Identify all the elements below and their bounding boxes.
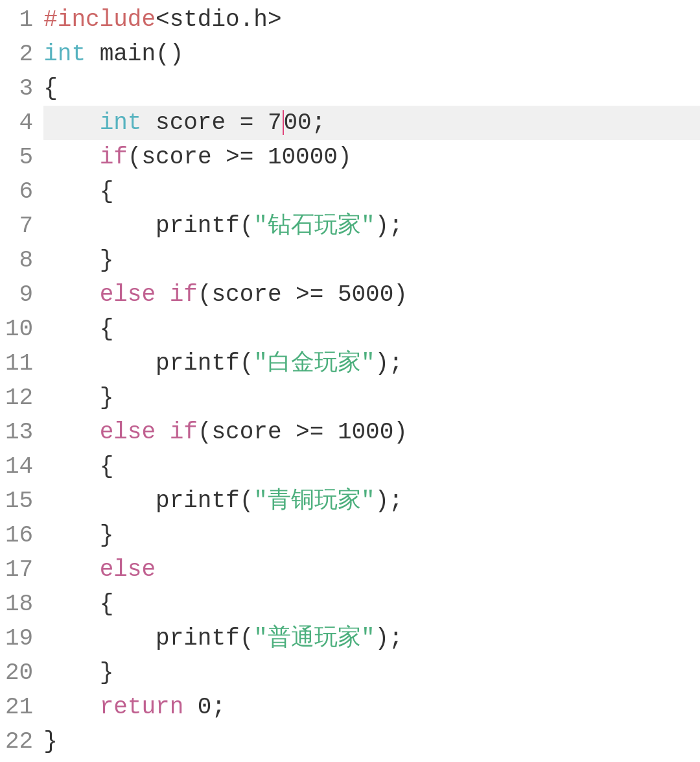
code-token-plain: } [43,247,113,274]
code-line-11: printf("白金玩家"); [43,346,700,381]
code-token-kw-control: else if [100,281,198,308]
code-token-plain: { [43,591,113,617]
code-token-kw-control: else if [100,419,198,446]
code-line-3: { [43,71,700,106]
code-line-1: #include<stdio.h> [43,3,700,37]
code-line-14: { [43,449,700,484]
code-token-plain: } [43,522,113,549]
code-token-plain [43,694,99,720]
line-number-13: 13 [5,415,33,449]
code-token-plain: } [43,660,113,686]
code-token-plain [43,281,99,308]
code-token-kw-include: #include [43,6,156,33]
line-number-9: 9 [5,278,33,312]
code-token-plain [43,144,99,171]
code-token-plain [43,419,99,446]
code-editor: 12345678910111213141516171819202122 #inc… [0,0,700,759]
code-line-16: } [43,518,700,553]
code-token-plain [43,556,99,583]
line-number-20: 20 [5,656,33,690]
code-token-plain: <stdio.h> [156,6,281,33]
code-token-plain: 0; [183,694,226,720]
code-token-kw-type: int [100,110,142,136]
code-token-kw-control: else [100,556,156,583]
line-number-17: 17 [5,553,33,587]
code-line-10: { [43,312,700,346]
line-number-8: 8 [5,243,33,278]
code-line-6: { [43,174,700,209]
code-line-18: { [43,587,700,621]
line-number-3: 3 [5,71,33,106]
line-number-7: 7 [5,209,33,243]
code-token-plain: printf( [43,488,253,514]
code-token-plain [43,110,99,136]
code-content[interactable]: #include<stdio.h>int main(){ int score =… [43,3,700,759]
code-token-kw-control: return [100,694,184,720]
line-number-2: 2 [5,37,33,71]
code-line-5: if(score >= 10000) [43,140,700,174]
code-line-12: } [43,381,700,415]
line-number-18: 18 [5,587,33,621]
code-token-plain: { [43,316,113,342]
code-token-plain: } [43,728,58,755]
code-token-plain: printf( [43,213,253,239]
code-line-17: else [43,553,700,587]
code-token-kw-control: if [100,144,128,171]
code-token-kw-type: int [43,41,86,67]
line-number-4: 4 [5,106,33,140]
code-token-plain: { [43,178,113,205]
code-token-plain: (score >= 5000) [198,281,408,308]
code-line-15: printf("青铜玩家"); [43,484,700,518]
code-token-plain: (score >= 10000) [128,144,352,171]
line-number-11: 11 [5,346,33,381]
code-line-22: } [43,724,700,759]
code-token-plain: printf( [43,350,253,377]
line-number-6: 6 [5,174,33,209]
line-number-10: 10 [5,312,33,346]
code-token-plain: main() [86,41,183,67]
code-line-7: printf("钻石玩家"); [43,209,700,243]
code-line-8: } [43,243,700,278]
code-line-9: else if(score >= 5000) [43,278,700,312]
line-number-12: 12 [5,381,33,415]
code-token-kw-string: "青铜玩家" [253,488,375,514]
code-line-19: printf("普通玩家"); [43,621,700,656]
line-number-5: 5 [5,140,33,174]
line-number-15: 15 [5,484,33,518]
line-number-19: 19 [5,621,33,656]
code-token-plain: (score >= 1000) [198,419,408,446]
code-token-plain: ); [375,213,403,239]
code-token-plain: } [43,385,113,411]
code-line-2: int main() [43,37,700,71]
code-line-4: int score = 700; [43,106,700,140]
code-token-plain: { [43,453,113,480]
line-number-21: 21 [5,690,33,724]
code-token-plain: ); [375,488,403,514]
code-token-plain: score = 7 [141,110,281,136]
code-token-kw-string: "普通玩家" [253,625,375,652]
line-number-14: 14 [5,449,33,484]
code-token-plain: { [43,75,58,102]
code-token-plain: 00; [284,110,326,136]
code-token-kw-string: "白金玩家" [253,350,375,377]
line-number-column: 12345678910111213141516171819202122 [0,3,43,759]
code-line-13: else if(score >= 1000) [43,415,700,449]
code-line-20: } [43,656,700,690]
code-token-plain: ); [375,350,403,377]
code-line-21: return 0; [43,690,700,724]
line-number-16: 16 [5,518,33,553]
code-token-plain: ); [375,625,403,652]
line-number-22: 22 [5,724,33,759]
line-number-1: 1 [5,3,33,37]
code-token-plain: printf( [43,625,253,652]
code-token-kw-string: "钻石玩家" [253,213,375,239]
